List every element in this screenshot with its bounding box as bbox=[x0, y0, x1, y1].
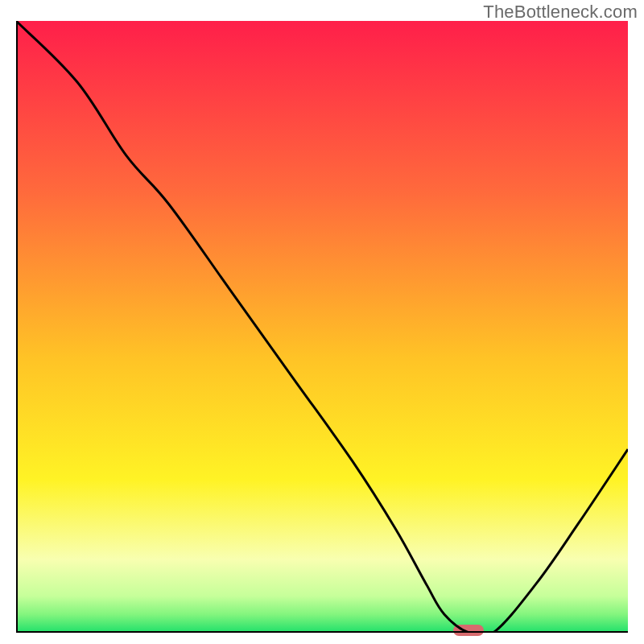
curve-path bbox=[16, 21, 628, 633]
watermark-text: TheBottleneck.com bbox=[483, 2, 638, 23]
bottleneck-curve bbox=[16, 21, 628, 633]
chart-area bbox=[16, 21, 628, 633]
